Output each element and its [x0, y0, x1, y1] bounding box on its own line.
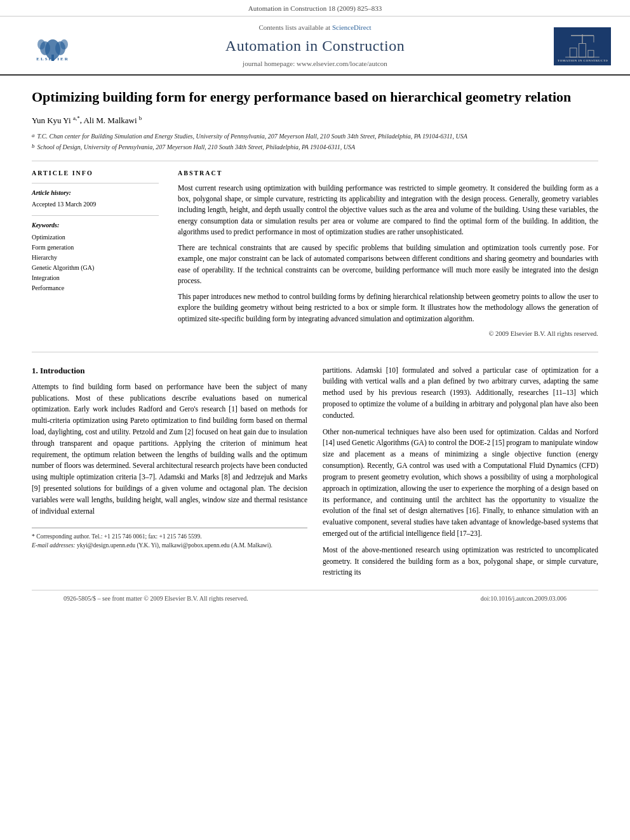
- elsevier-tree-icon: ELSEVIER: [27, 30, 81, 62]
- keyword-3: Hierarchy: [32, 253, 159, 263]
- keyword-2: Form generation: [32, 243, 159, 253]
- article-info-heading: Article Info: [32, 169, 159, 178]
- article-history-label: Article history:: [32, 189, 159, 197]
- footnote-section: * Corresponding author. Tel.: +1 215 746…: [32, 528, 307, 550]
- journal-logo-right: AUTOMATION IN CONSTRUCTION: [541, 24, 611, 69]
- elsevier-logo: ELSEVIER: [19, 24, 89, 69]
- aic-logo-icon: AUTOMATION IN CONSTRUCTION: [557, 30, 608, 63]
- keyword-1: Optimization: [32, 232, 159, 243]
- keywords-label: Keywords:: [32, 221, 159, 230]
- keyword-5: Integration: [32, 273, 159, 283]
- authors-line: Yun Kyu Yi a,*, Ali M. Malkawi b: [32, 114, 598, 126]
- affiliations: a T.C. Chan center for Building Simulati…: [32, 131, 598, 152]
- journal-header: ELSEVIER Contents lists available at Sci…: [0, 17, 630, 75]
- accepted-date: Accepted 13 March 2009: [32, 200, 159, 209]
- journal-homepage: journal homepage: www.elsevier.com/locat…: [89, 59, 541, 69]
- right-para-3: Most of the above-mentioned research usi…: [323, 545, 598, 578]
- footnote-corresponding: * Corresponding author. Tel.: +1 215 746…: [32, 532, 307, 541]
- article-info-abstract-section: Article Info Article history: Accepted 1…: [32, 161, 598, 339]
- keywords-list: Optimization Form generation Hierarchy G…: [32, 232, 159, 293]
- abstract-para-2: There are technical constraints that are…: [178, 243, 598, 286]
- svg-point-5: [60, 39, 68, 50]
- introduction-right-column: partitions. Adamski [10] formulated and …: [323, 365, 598, 584]
- author-yunkyu: Yun Kyu Yi a,*: [32, 116, 80, 125]
- author-malkawi: Ali M. Malkawi b: [83, 116, 142, 125]
- journal-title-center: Contents lists available at ScienceDirec…: [89, 23, 541, 69]
- top-bar: Automation in Construction 18 (2009) 825…: [0, 0, 630, 17]
- abstract-column: Abstract Most current research using opt…: [178, 169, 598, 339]
- aic-logo-box: AUTOMATION IN CONSTRUCTION: [554, 27, 611, 65]
- right-para-2: Other non-numerical techniques have also…: [323, 427, 598, 540]
- sciencedirect-link[interactable]: ScienceDirect: [332, 23, 372, 31]
- intro-section-title: 1. Introduction: [32, 365, 307, 377]
- keyword-4: Genetic Algorithm (GA): [32, 263, 159, 273]
- paper-body: Optimizing building form for energy perf…: [0, 76, 630, 626]
- abstract-para-3: This paper introduces new method to cont…: [178, 291, 598, 324]
- introduction-column: 1. Introduction Attempts to find buildin…: [32, 365, 307, 584]
- abstract-heading: Abstract: [178, 169, 598, 178]
- intro-paragraph-1: Attempts to find building form based on …: [32, 382, 307, 517]
- issn-line: 0926-5805/$ – see front matter © 2009 El…: [64, 594, 248, 603]
- affiliation-a: a T.C. Chan center for Building Simulati…: [32, 131, 598, 141]
- journal-main-title: Automation in Construction: [89, 36, 541, 57]
- paper-title: Optimizing building form for energy perf…: [32, 88, 598, 107]
- svg-text:AUTOMATION IN CONSTRUCTION: AUTOMATION IN CONSTRUCTION: [557, 59, 608, 62]
- right-para-1: partitions. Adamski [10] formulated and …: [323, 365, 598, 422]
- keyword-6: Performance: [32, 283, 159, 293]
- main-content: 1. Introduction Attempts to find buildin…: [32, 365, 598, 584]
- section-divider: [32, 352, 598, 352]
- copyright-line: © 2009 Elsevier B.V. All rights reserved…: [178, 330, 598, 339]
- bottom-bar: 0926-5805/$ – see front matter © 2009 El…: [32, 590, 598, 607]
- footnote-email: E-mail addresses: ykyi@design.upenn.edu …: [32, 541, 307, 550]
- contents-line: Contents lists available at ScienceDirec…: [89, 23, 541, 32]
- journal-citation: Automation in Construction 18 (2009) 825…: [248, 4, 382, 12]
- abstract-para-1: Most current research using optimization…: [178, 183, 598, 237]
- doi-line: doi:10.1016/j.autcon.2009.03.006: [481, 594, 566, 603]
- svg-text:ELSEVIER: ELSEVIER: [36, 57, 69, 62]
- article-info-column: Article Info Article history: Accepted 1…: [32, 169, 159, 339]
- svg-point-4: [37, 39, 45, 50]
- affiliation-b: b School of Design, University of Pennsy…: [32, 142, 598, 152]
